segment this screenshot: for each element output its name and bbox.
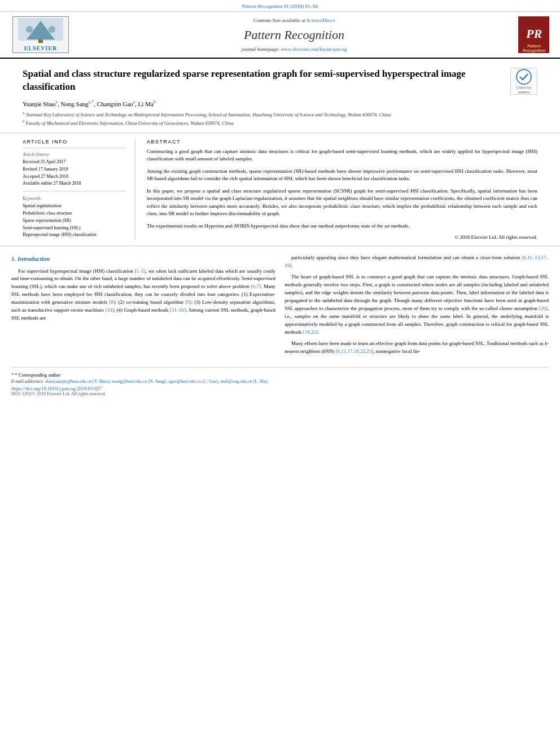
journal-title: Pattern Recognition — [244, 28, 344, 42]
ref-20[interactable]: [20] — [539, 305, 548, 311]
copyright-line: © 2018 Elsevier Ltd. All rights reserved… — [147, 234, 537, 240]
history-accepted: Accepted 27 March 2018 — [23, 173, 126, 181]
keyword-1: Spatial regularization — [23, 203, 126, 210]
journal-reference-text: Pattern Recognition 81 (2018) 81–94 — [242, 3, 318, 9]
keyword-5: Hyperspectral image (HSI) classification — [23, 231, 126, 239]
elsevier-logo-section: ELSEVIER — [7, 16, 75, 53]
ref-8[interactable]: [8] — [109, 299, 115, 305]
right-para-3: Many efforts have been made to learn an … — [285, 340, 549, 356]
ref-knn[interactable]: [6,11,17,18,22,23] — [336, 348, 373, 354]
ref-9[interactable]: [9] — [185, 299, 191, 305]
elsevier-brand-name: ELSEVIER — [24, 45, 58, 51]
svg-point-9 — [517, 69, 531, 84]
history-received: Received 25 April 2017 — [23, 159, 126, 166]
journal-reference-bar: Pattern Recognition 81 (2018) 81–94 — [0, 0, 560, 12]
right-para-2: The heart of graph-based SSL is to const… — [285, 273, 549, 337]
abstract-column: ABSTRACT Constructing a good graph that … — [147, 139, 537, 241]
history-revised: Revised 17 January 2018 — [23, 166, 126, 173]
abstract-para-2: Among the existing graph construction me… — [147, 168, 537, 183]
svg-rect-2 — [38, 40, 43, 43]
article-info-header: ARTICLE INFO — [23, 139, 126, 145]
elsevier-logo-svg — [18, 18, 63, 43]
keywords-label: Keywords: — [23, 196, 126, 201]
ref-10[interactable]: [10] — [106, 307, 114, 313]
intro-para-1: For supervised hyperspectral image (HSI)… — [11, 268, 275, 323]
right-para-1: particularly appealing since they have e… — [285, 254, 549, 270]
journal-homepage: journal homepage: www.elsevier.com/locat… — [242, 46, 347, 52]
ref-1-5[interactable]: [1–5] — [135, 268, 146, 274]
elsevier-logo-box: ELSEVIER — [12, 16, 69, 53]
footer-divider — [11, 367, 549, 368]
abstract-para-4: The experimental results on Hyperion and… — [147, 222, 537, 230]
svg-point-4 — [49, 26, 55, 33]
article-title-section: Spatial and class structure regularized … — [0, 59, 560, 133]
abstract-para-3: In this paper, we propose a spatial and … — [147, 187, 537, 218]
journal-header-center: Contents lists available at ScienceDirec… — [75, 16, 514, 53]
journal-homepage-link[interactable]: www.elsevier.com/locate/patcog — [281, 46, 347, 52]
doi-link[interactable]: https://doi.org/10.1016/j.patcog.2018.03… — [0, 384, 560, 391]
abstract-text: Constructing a good graph that can captu… — [147, 148, 537, 230]
ref-6-11-19[interactable]: [6,11–13,17–19] — [285, 255, 549, 268]
issn-line: 0031-3203/© 2018 Elsevier Ltd. All right… — [0, 391, 560, 401]
article-info-column: ARTICLE INFO Article history: Received 2… — [23, 139, 135, 241]
left-column: 1. Introduction For supervised hyperspec… — [11, 254, 275, 359]
corresponding-star: * * Corresponding author — [11, 372, 549, 378]
keyword-4: Semi-supervised learning (SSL) — [23, 225, 126, 232]
affiliation-a: a National Key Laboratory of Science and… — [23, 111, 505, 119]
affiliations: a National Key Laboratory of Science and… — [23, 111, 505, 127]
authors-line: Yuanjie Shaoa, Nong Sanga,*, Changxin Ga… — [23, 99, 505, 107]
pr-logo-svg: PR Pattern Recognition — [518, 16, 549, 53]
author-sang: Nong Sanga,* — [60, 101, 94, 107]
article-history-label: Article history: — [23, 152, 126, 157]
article-title: Spatial and class structure regularized … — [23, 68, 505, 94]
svg-text:Recognition: Recognition — [522, 49, 545, 53]
abstract-header: ABSTRACT — [147, 139, 537, 145]
article-meta-section: ARTICLE INFO Article history: Received 2… — [0, 133, 560, 247]
history-online: Available online 27 March 2018 — [23, 180, 126, 187]
pattern-recognition-logo: PR Pattern Recognition — [514, 16, 553, 53]
keyword-3: Sparse representation (SR) — [23, 217, 126, 225]
check-updates-icon — [515, 68, 532, 85]
author-shao: Yuanjie Shaoa — [23, 101, 58, 107]
svg-text:Pattern: Pattern — [527, 44, 540, 48]
keywords-section: Keywords: Spatial regularization Probabi… — [23, 196, 126, 239]
author-gao: Changxin Gaoa — [97, 101, 135, 107]
svg-point-3 — [26, 26, 33, 33]
svg-text:PR: PR — [525, 27, 541, 41]
ref-6-7[interactable]: [6,7] — [251, 283, 261, 289]
ref-18-21[interactable]: [18,21] — [303, 329, 318, 335]
corresponding-author-note: * * Corresponding author E-mail addresse… — [0, 372, 560, 384]
intro-heading: 1. Introduction — [11, 254, 275, 264]
main-body: 1. Introduction For supervised hyperspec… — [0, 246, 560, 366]
right-column: particularly appealing since they have e… — [285, 254, 549, 359]
article-history-items: Received 25 April 2017 Revised 17 Januar… — [23, 159, 126, 187]
keyword-2: Probabilistic class structure — [23, 210, 126, 217]
pr-logo-box: PR Pattern Recognition — [518, 16, 549, 53]
affiliation-b: b Faculty of Mechanical and Electronic I… — [23, 119, 505, 127]
check-for-updates-badge: Check forupdates — [510, 68, 537, 95]
journal-header: ELSEVIER Contents lists available at Sci… — [0, 12, 560, 59]
author-ma: Li Mab — [138, 101, 156, 107]
email-addresses[interactable]: shaoyuanjie@hust.edu.cn (Y. Shao), nsang… — [45, 379, 269, 384]
keywords-list: Spatial regularization Probabilistic cla… — [23, 203, 126, 239]
abstract-para-1: Constructing a good graph that can captu… — [147, 148, 537, 163]
ref-11-16[interactable]: [11–16] — [170, 307, 186, 313]
sciencedirect-link[interactable]: ScienceDirect — [307, 18, 335, 23]
contents-available-text: Contents lists available at ScienceDirec… — [253, 18, 335, 23]
email-line: E-mail addresses: shaoyuanjie@hust.edu.c… — [11, 379, 549, 384]
